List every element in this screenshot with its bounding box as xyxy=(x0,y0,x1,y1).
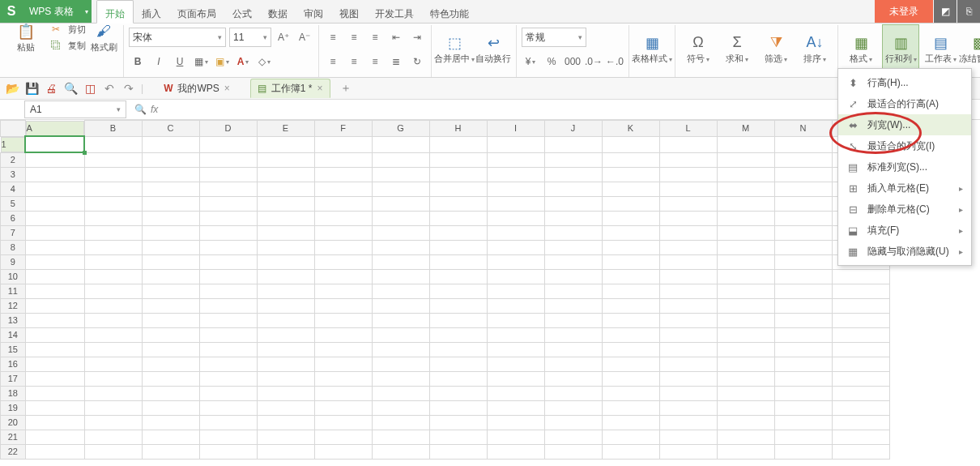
cell-C16[interactable] xyxy=(142,357,199,371)
cell-L14[interactable] xyxy=(659,327,717,342)
cell-J15[interactable] xyxy=(544,342,602,357)
cell-N19[interactable] xyxy=(774,400,832,415)
align-right-icon[interactable]: ≡ xyxy=(366,53,384,71)
cell-H14[interactable] xyxy=(429,327,487,342)
cell-C8[interactable] xyxy=(142,240,199,254)
cell-F15[interactable] xyxy=(314,342,372,357)
fill-color-button[interactable]: ▣▾ xyxy=(213,53,231,71)
cell-D18[interactable] xyxy=(199,386,257,400)
cell-H16[interactable] xyxy=(429,357,487,371)
cell-C14[interactable] xyxy=(142,327,199,342)
format-painter-button[interactable]: 🖌 格式刷 xyxy=(89,24,118,61)
cell-A14[interactable] xyxy=(25,327,84,342)
cell-E12[interactable] xyxy=(257,298,314,313)
cell-M2[interactable] xyxy=(717,152,774,167)
cell-A6[interactable] xyxy=(25,211,84,225)
cell-B8[interactable] xyxy=(84,240,142,254)
cell-M22[interactable] xyxy=(717,444,774,459)
cell-L7[interactable] xyxy=(659,225,717,240)
justify-icon[interactable]: ≣ xyxy=(387,53,405,71)
cell-B13[interactable] xyxy=(84,313,142,327)
cell-M9[interactable] xyxy=(717,254,774,269)
cell-M17[interactable] xyxy=(717,371,774,386)
cell-K14[interactable] xyxy=(602,327,659,342)
cell-C7[interactable] xyxy=(142,225,199,240)
cell-M8[interactable] xyxy=(717,240,774,254)
tshirt-icon[interactable]: ⎘ xyxy=(957,0,980,23)
cell-L17[interactable] xyxy=(659,371,717,386)
cell-I13[interactable] xyxy=(487,313,544,327)
cell-F17[interactable] xyxy=(314,371,372,386)
cell-F2[interactable] xyxy=(314,152,372,167)
row-header-17[interactable]: 17 xyxy=(1,371,26,386)
cell-D1[interactable] xyxy=(199,136,257,152)
cell-I7[interactable] xyxy=(487,225,544,240)
paste-button[interactable]: 📋 粘贴 xyxy=(8,24,44,61)
cell-B10[interactable] xyxy=(84,269,142,284)
cell-K4[interactable] xyxy=(602,182,659,196)
cell-K22[interactable] xyxy=(602,444,659,459)
cell-D22[interactable] xyxy=(199,444,257,459)
cell-O13[interactable] xyxy=(832,313,889,327)
cell-G5[interactable] xyxy=(372,196,429,211)
cell-M14[interactable] xyxy=(717,327,774,342)
cell-A13[interactable] xyxy=(25,313,84,327)
cell-L2[interactable] xyxy=(659,152,717,167)
cell-B16[interactable] xyxy=(84,357,142,371)
cell-B1[interactable] xyxy=(84,136,142,152)
cell-B14[interactable] xyxy=(84,327,142,342)
align-top-icon[interactable]: ≡ xyxy=(324,28,342,46)
cell-G22[interactable] xyxy=(372,444,429,459)
cell-C21[interactable] xyxy=(142,430,199,444)
close-tab-icon[interactable]: × xyxy=(224,83,230,94)
cell-H5[interactable] xyxy=(429,196,487,211)
shrink-font-icon[interactable]: A⁻ xyxy=(296,28,313,46)
merge-center-button[interactable]: ⬚合并居中▾ xyxy=(437,25,472,72)
cell-N12[interactable] xyxy=(774,298,832,313)
cell-L13[interactable] xyxy=(659,313,717,327)
cell-J12[interactable] xyxy=(544,298,602,313)
cell-I1[interactable] xyxy=(487,136,544,152)
cell-I19[interactable] xyxy=(487,400,544,415)
cell-C2[interactable] xyxy=(142,152,199,167)
cell-L5[interactable] xyxy=(659,196,717,211)
skin-icon[interactable]: ◩ xyxy=(934,0,957,23)
cell-O12[interactable] xyxy=(832,298,889,313)
cell-N14[interactable] xyxy=(774,327,832,342)
save-icon[interactable]: 💾 xyxy=(24,81,39,96)
cell-C4[interactable] xyxy=(142,182,199,196)
cell-G8[interactable] xyxy=(372,240,429,254)
font-name-select[interactable]: 宋体▾ xyxy=(129,28,226,47)
redo-icon[interactable]: ↷ xyxy=(121,81,136,96)
percent-icon[interactable]: % xyxy=(543,53,560,71)
font-size-select[interactable]: 11▾ xyxy=(229,28,271,47)
row-header-21[interactable]: 21 xyxy=(1,430,26,444)
cell-J10[interactable] xyxy=(544,269,602,284)
cell-A10[interactable] xyxy=(25,269,84,284)
cell-B4[interactable] xyxy=(84,182,142,196)
cell-K16[interactable] xyxy=(602,357,659,371)
cell-I21[interactable] xyxy=(487,430,544,444)
col-header-F[interactable]: F xyxy=(314,121,372,137)
cell-M15[interactable] xyxy=(717,342,774,357)
cell-E8[interactable] xyxy=(257,240,314,254)
cell-E5[interactable] xyxy=(257,196,314,211)
fx-label[interactable]: fx xyxy=(151,104,158,115)
underline-button[interactable]: U xyxy=(171,53,189,71)
cell-L8[interactable] xyxy=(659,240,717,254)
indent-inc-icon[interactable]: ⇥ xyxy=(408,28,426,46)
align-bottom-icon[interactable]: ≡ xyxy=(366,28,384,46)
cell-M5[interactable] xyxy=(717,196,774,211)
cell-E17[interactable] xyxy=(257,371,314,386)
cell-G15[interactable] xyxy=(372,342,429,357)
cell-C17[interactable] xyxy=(142,371,199,386)
cell-O11[interactable] xyxy=(832,284,889,298)
row-header-7[interactable]: 7 xyxy=(1,225,26,240)
cell-H2[interactable] xyxy=(429,152,487,167)
row-header-16[interactable]: 16 xyxy=(1,357,26,371)
cell-A20[interactable] xyxy=(25,415,84,430)
cell-H4[interactable] xyxy=(429,182,487,196)
cell-E2[interactable] xyxy=(257,152,314,167)
cell-I14[interactable] xyxy=(487,327,544,342)
cell-F20[interactable] xyxy=(314,415,372,430)
